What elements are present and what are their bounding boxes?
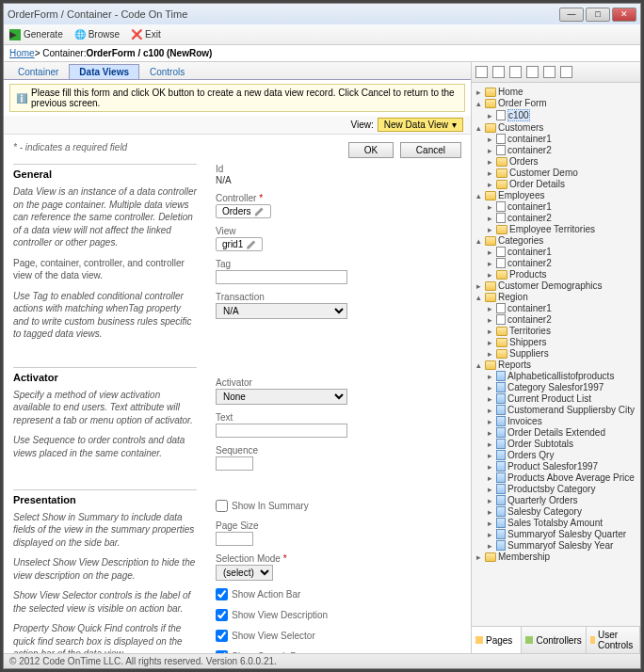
selection-mode-select[interactable]: (select) [216,565,273,581]
sync-icon[interactable] [475,66,488,78]
tab-data-views[interactable]: Data Views [69,64,139,79]
browse-icon: 🌐 [74,29,86,40]
title-bar: OrderForm / Container - Code On Time — □… [4,4,640,24]
sequence-input[interactable] [216,456,253,471]
bottom-tabs: Pages Controllers User Controls [472,626,640,653]
side-toolbar [472,62,640,83]
info-bar: ℹ️Please fill this form and click OK but… [9,84,465,112]
exit-button[interactable]: ❌Exit [131,29,161,40]
browse-button[interactable]: 🌐Browse [74,29,120,40]
section-activator: Activator Specify a method of view activ… [13,367,197,460]
info-icon: ℹ️ [16,93,27,104]
tabs: Container Data Views Controls [4,62,471,80]
cancel-button[interactable]: Cancel [400,142,461,158]
controllers-icon [525,636,533,644]
tag-input[interactable] [216,270,347,284]
page-size-input[interactable] [216,532,253,546]
controller-pill[interactable]: Orders [216,204,271,218]
maximize-button[interactable]: □ [586,8,610,22]
user-controls-icon [590,636,595,644]
tab-controls[interactable]: Controls [139,64,195,79]
tree[interactable]: ▸Home ▴Order Form ▸c100 ▴Customers ▸cont… [472,83,640,626]
open-icon[interactable] [560,66,572,78]
transaction-select[interactable]: N/A [216,303,347,319]
tab-controllers[interactable]: Controllers [522,627,586,653]
pencil-icon [255,207,265,216]
show-in-summary-check[interactable] [216,500,228,512]
show-action-bar-check[interactable] [216,588,228,600]
view-pill[interactable]: grid1 [216,237,263,251]
tab-container[interactable]: Container [8,64,69,79]
dropdown-icon: ▾ [452,120,457,130]
text-input[interactable] [216,424,347,438]
pages-icon [475,636,483,644]
new-data-view-button[interactable]: New Data View▾ [378,118,463,132]
generate-icon: ▶ [9,29,21,40]
tab-user-controls[interactable]: User Controls [587,627,640,653]
sidebar: ▸Home ▴Order Form ▸c100 ▴Customers ▸cont… [471,62,640,653]
tree-selected: c100 [507,109,530,121]
status-bar: © 2012 Code OnTime LLC. All rights reser… [4,653,640,668]
refresh-icon[interactable] [492,66,505,78]
close-button[interactable]: ✕ [612,8,636,22]
required-hint: * - indicates a required field [13,142,127,152]
ok-button[interactable]: OK [348,142,394,158]
tab-pages[interactable]: Pages [472,627,522,653]
show-view-description-check[interactable] [216,609,228,621]
section-presentation: Presentation Select Show in Summary to i… [13,489,197,654]
generate-button[interactable]: ▶Generate [9,29,63,40]
window-title: OrderForm / Container - Code On Time [8,8,559,20]
exit-icon: ❌ [131,29,142,40]
pencil-icon [247,240,256,249]
breadcrumb: Home > Container: OrderForm / c100 (NewR… [4,45,640,62]
minimize-button[interactable]: — [559,8,584,22]
toolbar: ▶Generate 🌐Browse ❌Exit [4,24,640,45]
breadcrumb-home[interactable]: Home [9,48,35,58]
activator-select[interactable]: None [216,389,347,405]
show-view-selector-check[interactable] [216,630,228,642]
new-icon[interactable] [543,66,555,78]
list-icon[interactable] [526,66,539,78]
section-general: General Data View is an instance of a da… [13,164,197,341]
tree-icon[interactable] [509,66,522,78]
breadcrumb-current: OrderForm / c100 (NewRow) [86,48,212,58]
